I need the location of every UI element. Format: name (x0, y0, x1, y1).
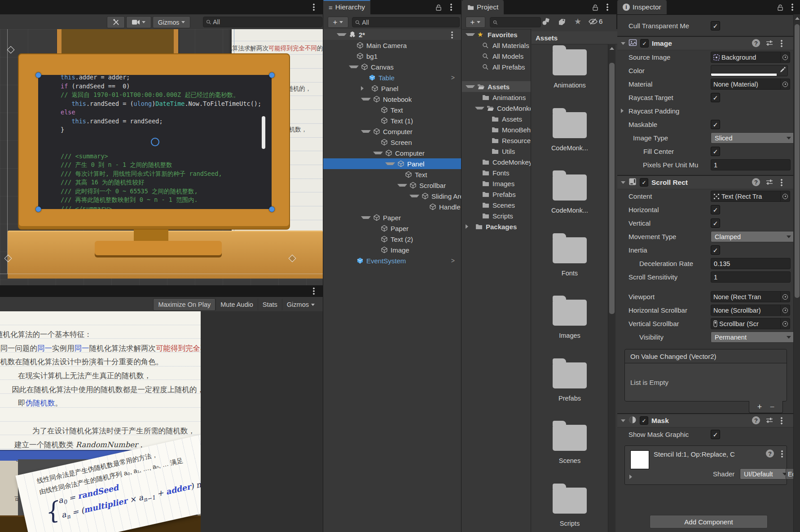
foldout-arrow[interactable] (621, 181, 625, 184)
hierarchy-row-canvas[interactable]: Canvas (323, 61, 461, 72)
scene-tools-button[interactable] (107, 16, 125, 28)
property-checkbox[interactable]: ✓ (711, 218, 720, 228)
search-by-type-icon[interactable] (542, 18, 550, 26)
expand-arrow[interactable] (361, 86, 369, 91)
add-event-button[interactable]: + (757, 402, 762, 412)
component-enabled-checkbox[interactable]: ✓ (640, 416, 648, 425)
property-checkbox[interactable]: ✓ (711, 147, 720, 156)
object-field[interactable]: Text (Rect Tra (711, 191, 790, 202)
hierarchy-row-image[interactable]: Image (323, 244, 461, 255)
hierarchy-row-paper[interactable]: Paper (323, 212, 461, 223)
project-tree-assets[interactable]: Assets (462, 113, 531, 124)
material-preview-swatch[interactable] (630, 450, 649, 469)
expand-arrow[interactable] (373, 152, 383, 154)
component-enabled-checkbox[interactable]: ✓ (640, 39, 649, 48)
grid-folder-0[interactable]: Animations (532, 49, 608, 89)
foldout-arrow[interactable] (621, 419, 625, 422)
project-tree-all-materials[interactable]: All Materials (462, 40, 531, 51)
project-tree-assets[interactable]: Assets (462, 81, 531, 92)
preset-icon[interactable] (765, 179, 774, 187)
grid-scroll-thumb[interactable] (609, 63, 615, 314)
lock-icon[interactable] (592, 4, 598, 11)
project-menu-icon[interactable] (607, 3, 608, 11)
selection-handle-bottom-left[interactable] (35, 206, 41, 212)
help-icon[interactable]: ? (752, 416, 760, 424)
game-toolbar-mute-audio[interactable]: Mute Audio (215, 299, 258, 310)
project-search-field[interactable] (490, 17, 541, 27)
project-search-input[interactable] (499, 19, 538, 26)
component-menu-icon[interactable] (781, 417, 782, 425)
expand-arrow[interactable] (337, 33, 347, 36)
grid-folder-5[interactable]: Prefabs (532, 362, 608, 402)
tab-project[interactable]: Project (462, 0, 504, 14)
create-button[interactable]: + (328, 17, 348, 28)
hierarchy-row-main-camera[interactable]: Main Camera (323, 40, 461, 51)
hierarchy-search-field[interactable] (352, 17, 460, 27)
component-header-mask[interactable]: ✓Mask? (617, 414, 793, 427)
project-tree-all-models[interactable]: All Models (462, 51, 531, 61)
grid-folder-4[interactable]: Images (532, 300, 608, 339)
scene-gizmos-button[interactable]: Gizmos (153, 16, 190, 28)
prefab-open-chevron[interactable]: > (451, 257, 455, 264)
scene-camera-button[interactable] (126, 16, 151, 28)
expand-arrow[interactable] (361, 216, 371, 219)
material-menu-icon[interactable] (781, 450, 783, 458)
property-checkbox[interactable]: ✓ (711, 245, 720, 255)
expand-arrow[interactable] (466, 224, 473, 229)
event-header[interactable]: On Value Changed (Vector2) (625, 349, 787, 363)
game-toolbar-maximize-on-play[interactable]: Maximize On Play (153, 298, 215, 311)
hierarchy-row-text-2-[interactable]: Text (2) (323, 234, 461, 244)
hierarchy-row-bg1[interactable]: bg1 (323, 51, 461, 61)
tab-hierarchy[interactable]: ≡ Hierarchy (323, 0, 370, 14)
property-field[interactable]: 1 (711, 159, 791, 170)
shader-dropdown[interactable]: UI/Default (740, 468, 791, 480)
hierarchy-row-eventsystem[interactable]: EventSystem> (323, 255, 461, 266)
project-tree-scenes[interactable]: Scenes (462, 200, 531, 210)
hierarchy-row-notebook[interactable]: Notebook (323, 94, 461, 105)
project-tree-animations[interactable]: Animations (462, 92, 531, 103)
property-dropdown[interactable]: Permanent (711, 331, 793, 343)
object-picker-icon[interactable] (780, 305, 790, 315)
property-checkbox[interactable]: ✓ (711, 205, 720, 214)
color-field[interactable] (711, 65, 788, 76)
scene-menu-icon[interactable] (313, 3, 315, 11)
rect-gizmo-corner-top-left[interactable] (7, 46, 15, 54)
hidden-packages-toggle[interactable]: 6 (589, 17, 602, 25)
hierarchy-row-2-[interactable]: 2* (323, 29, 461, 40)
component-header-image[interactable]: ✓Image? (617, 36, 793, 50)
game-viewport[interactable]: 随机化算法的一个基本特征：解同一问题的同一实例用同一随机化算法求解两次可能得到完… (0, 311, 323, 532)
object-picker-icon[interactable] (780, 292, 790, 302)
project-tree-favorites[interactable]: ★Favorites (462, 29, 531, 40)
expand-arrow[interactable] (409, 195, 419, 197)
hierarchy-row-panel[interactable]: Panel (323, 158, 461, 169)
grid-scrollbar[interactable] (608, 44, 615, 532)
hierarchy-row-text[interactable]: Text (323, 105, 461, 115)
foldout-arrow[interactable] (621, 42, 625, 45)
game-toolbar-gizmos[interactable]: Gizmos (282, 299, 319, 310)
expand-arrow[interactable] (466, 33, 475, 36)
remove-event-button[interactable]: − (770, 402, 775, 412)
scene-viewport[interactable]: 随机化算法的一个基本特征：解同一问题的同一实例用同一随机化算法求解两次可能得到完… (0, 29, 323, 285)
object-picker-icon[interactable] (780, 52, 790, 62)
object-field[interactable]: Scrollbar (Scr (711, 318, 790, 329)
inspector-menu-icon[interactable] (791, 3, 793, 11)
object-picker-icon[interactable] (780, 79, 790, 89)
eyedropper-icon[interactable] (779, 66, 786, 74)
preset-icon[interactable] (765, 39, 774, 48)
create-asset-button[interactable]: + (466, 17, 485, 28)
search-by-label-icon[interactable] (558, 18, 566, 26)
expand-arrow[interactable] (361, 130, 371, 133)
help-icon[interactable]: ? (752, 39, 760, 47)
hierarchy-row-computer[interactable]: Computer (323, 126, 461, 137)
project-tree-all-prefabs[interactable]: All Prefabs (462, 61, 531, 72)
object-field[interactable]: None (Rect Tran (711, 291, 790, 302)
project-tree-codemonkey[interactable]: CodeMonkey (462, 103, 531, 113)
selection-handle-bottom-right[interactable] (269, 206, 275, 212)
game-menu-icon[interactable] (313, 287, 315, 295)
scroll-up-arrow[interactable] (610, 47, 614, 50)
hierarchy-row-text[interactable]: Text (323, 169, 461, 180)
object-picker-icon[interactable] (780, 318, 790, 329)
material-foldout-arrow[interactable] (629, 475, 632, 479)
expand-arrow[interactable] (361, 98, 371, 100)
game-toolbar-stats[interactable]: Stats (258, 299, 282, 310)
